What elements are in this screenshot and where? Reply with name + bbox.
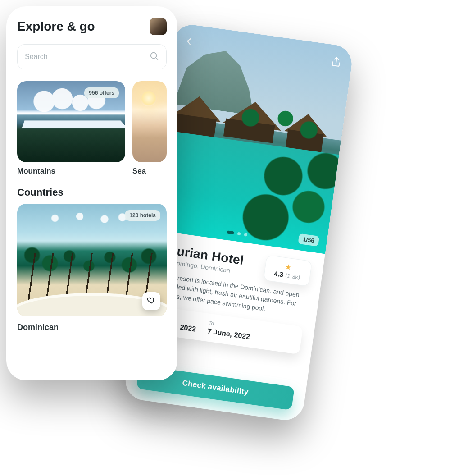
- rating-score: 4.3: [273, 270, 284, 279]
- hotel-hero-image[interactable]: 1/56: [147, 23, 354, 254]
- category-label-mountains: Mountains: [17, 167, 125, 176]
- heart-icon: [147, 296, 156, 307]
- back-button[interactable]: [182, 35, 195, 48]
- date-to[interactable]: To 7 June, 2022: [207, 320, 251, 341]
- category-card-sea[interactable]: [132, 81, 167, 162]
- page-title: Explore & go: [17, 19, 95, 34]
- svg-point-0: [151, 53, 157, 59]
- category-label-sea: Sea: [132, 167, 167, 176]
- phone-frame: Explore & go Search 956 offers Mountains: [6, 6, 177, 380]
- category-card-mountains[interactable]: 956 offers: [17, 81, 125, 162]
- rating-card[interactable]: ★ 4.3 (1.3k): [263, 255, 312, 287]
- offers-badge: 956 offers: [84, 87, 119, 98]
- search-icon: [149, 51, 159, 63]
- country-card-dominican[interactable]: 120 hotels: [17, 204, 167, 316]
- avatar[interactable]: [150, 18, 167, 35]
- rating-count: (1.3k): [285, 272, 300, 280]
- phone-explore: Explore & go Search 956 offers Mountains: [6, 6, 177, 380]
- favorite-button[interactable]: [142, 292, 160, 310]
- search-input[interactable]: Search: [17, 44, 167, 69]
- search-placeholder: Search: [25, 53, 149, 61]
- country-label-dominican: Dominican: [17, 323, 167, 332]
- share-button[interactable]: [330, 55, 343, 69]
- section-title-countries: Countries: [17, 187, 167, 198]
- hotels-badge: 120 hotels: [125, 210, 160, 221]
